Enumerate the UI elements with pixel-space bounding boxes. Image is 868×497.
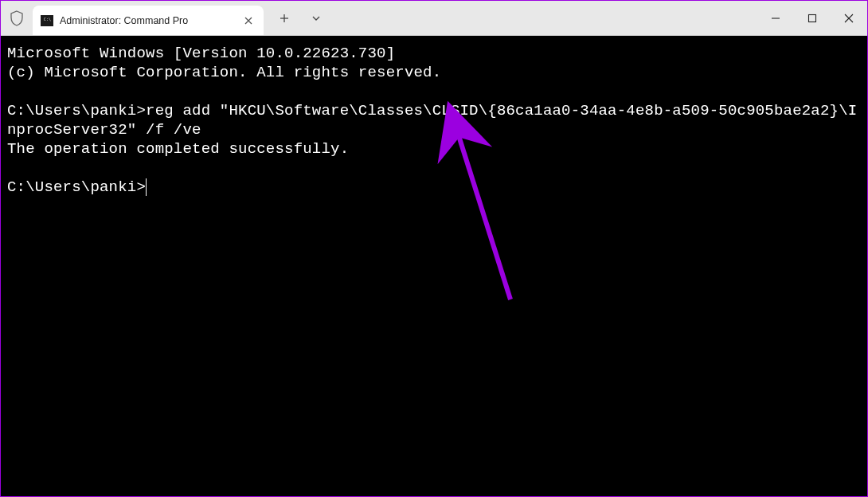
terminal-output[interactable]: Microsoft Windows [Version 10.0.22623.73…	[1, 36, 867, 205]
cursor-icon	[146, 178, 147, 196]
tab-title: Administrator: Command Pro	[60, 15, 235, 26]
terminal-prompt: C:\Users\panki>	[7, 102, 146, 119]
tab-actions	[264, 1, 330, 35]
terminal-prompt: C:\Users\panki>	[7, 178, 146, 196]
title-bar: C:\ Administrator: Command Pro	[1, 1, 867, 36]
minimize-button[interactable]	[757, 1, 794, 36]
terminal-line: (c) Microsoft Corporation. All rights re…	[7, 64, 441, 81]
new-tab-button[interactable]	[270, 1, 299, 36]
maximize-button[interactable]	[794, 1, 831, 36]
shield-icon	[1, 1, 33, 35]
terminal-result: The operation completed successfully.	[7, 140, 349, 158]
tab-close-button[interactable]	[241, 14, 256, 28]
close-window-button[interactable]	[831, 1, 867, 36]
svg-rect-7	[809, 15, 816, 22]
cmd-icon: C:\	[41, 15, 53, 26]
title-bar-drag-area[interactable]	[330, 1, 757, 35]
terminal-line: Microsoft Windows [Version 10.0.22623.73…	[7, 45, 395, 62]
tab-dropdown-button[interactable]	[302, 1, 330, 36]
svg-text:C:\: C:\	[44, 17, 51, 22]
window-controls	[757, 1, 867, 35]
active-tab[interactable]: C:\ Administrator: Command Pro	[33, 6, 264, 35]
